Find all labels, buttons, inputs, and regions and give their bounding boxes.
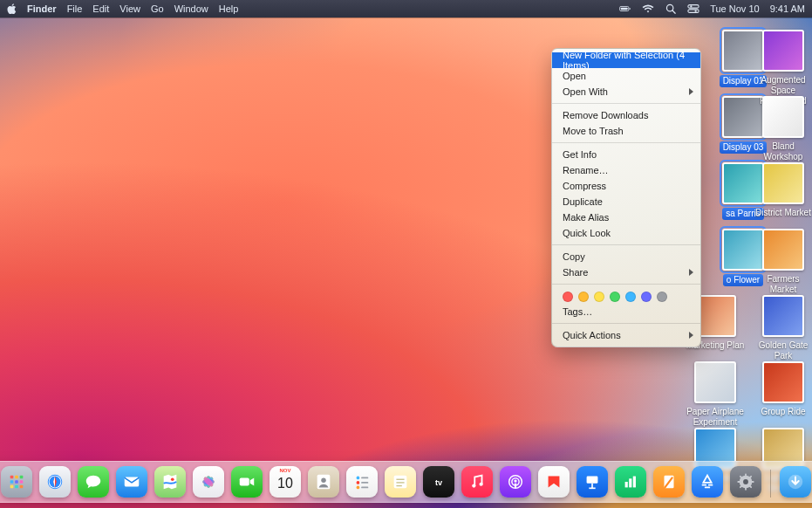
menu-item[interactable]: Make Alias	[552, 209, 700, 225]
menu-item-label: Open	[563, 71, 586, 81]
menu-item-label: Share	[563, 267, 588, 278]
menu-item[interactable]: Duplicate	[552, 194, 700, 209]
battery-icon[interactable]	[619, 3, 631, 14]
tag-color-dot[interactable]	[625, 292, 636, 302]
svg-point-40	[357, 481, 360, 484]
menu-item[interactable]: Quick Look	[552, 225, 700, 241]
menubar-view[interactable]: View	[119, 0, 140, 17]
menu-item-label: Tags…	[563, 306, 592, 317]
dock-app-appstore[interactable]	[692, 466, 723, 498]
dock-app-messages[interactable]	[78, 466, 109, 498]
menubar-time[interactable]: 9:41 AM	[770, 0, 805, 17]
svg-rect-39	[361, 477, 368, 479]
desktop-file-icon[interactable]: Bland Workshop	[754, 96, 812, 162]
svg-rect-58	[629, 478, 631, 487]
desktop-file-icon[interactable]: District Market	[754, 162, 812, 218]
svg-rect-5	[688, 5, 699, 9]
svg-rect-41	[361, 482, 368, 484]
tag-color-dot[interactable]	[594, 292, 604, 302]
menubar-help[interactable]: Help	[219, 0, 239, 17]
menu-item[interactable]: Move to Trash	[552, 123, 700, 139]
menu-item[interactable]: Compress	[552, 178, 700, 194]
dock-app-safari[interactable]	[39, 466, 71, 498]
svg-point-6	[690, 5, 692, 7]
apple-menu-icon[interactable]	[7, 3, 17, 14]
svg-rect-25	[125, 477, 140, 487]
menu-item[interactable]: Tags…	[552, 304, 700, 319]
menubar-date[interactable]: Tue Nov 10	[710, 0, 759, 17]
menubar-go[interactable]: Go	[151, 0, 164, 17]
desktop-file-icon[interactable]: Augmented Space Reimagined	[754, 30, 812, 106]
menu-item-label: Move to Trash	[563, 126, 624, 136]
menu-item-label: Remove Downloads	[563, 110, 648, 120]
file-label: Golden Gate Park	[754, 340, 812, 361]
dock-app-podcasts[interactable]	[500, 466, 531, 498]
dock-app-keynote[interactable]	[577, 466, 608, 498]
menubar-edit[interactable]: Edit	[92, 0, 109, 17]
desktop-file-icon[interactable]: Paper Airplane Experiment	[686, 361, 745, 428]
svg-point-53	[514, 479, 516, 482]
dock-app-reminders[interactable]	[346, 466, 378, 498]
menu-item[interactable]: Get Info	[552, 147, 700, 162]
dock-app-pages[interactable]	[653, 466, 685, 498]
tag-color-dot[interactable]	[657, 292, 667, 302]
dock-app-preferences[interactable]	[730, 466, 761, 498]
menu-item[interactable]: Open With	[552, 84, 700, 100]
svg-point-42	[357, 486, 360, 490]
menubar-window[interactable]: Window	[174, 0, 208, 17]
calendar-month: NOV	[270, 468, 301, 473]
menu-item[interactable]: Open	[552, 68, 700, 84]
dock-app-mail[interactable]	[116, 466, 147, 498]
svg-rect-69	[737, 481, 740, 483]
svg-rect-15	[15, 480, 18, 484]
dock-app-photos[interactable]	[193, 466, 224, 498]
menu-item-label: Compress	[563, 181, 606, 191]
tag-color-dot[interactable]	[641, 292, 652, 302]
svg-rect-12	[15, 476, 18, 479]
svg-rect-35	[240, 477, 249, 485]
svg-rect-59	[633, 477, 636, 488]
file-thumbnail	[762, 229, 804, 271]
svg-rect-16	[20, 480, 24, 484]
menu-item[interactable]: Rename…	[552, 162, 700, 178]
dock-app-facetime[interactable]	[231, 466, 263, 498]
control-center-icon[interactable]	[687, 3, 699, 14]
svg-rect-11	[10, 476, 14, 479]
menu-item[interactable]: Remove Downloads	[552, 107, 700, 123]
svg-rect-17	[10, 485, 14, 489]
dock-app-numbers[interactable]	[615, 466, 646, 498]
desktop-file-icon[interactable]: Golden Gate Park	[754, 295, 812, 361]
tag-color-dot[interactable]	[578, 292, 589, 302]
dock-app-notes[interactable]	[385, 466, 416, 498]
svg-text:tv: tv	[435, 478, 443, 487]
svg-point-37	[321, 477, 326, 483]
menu-separator	[552, 284, 700, 285]
menu-item-label: Make Alias	[563, 212, 609, 223]
dock-app-contacts[interactable]	[308, 466, 339, 498]
svg-rect-14	[10, 480, 14, 484]
menubar-app-name[interactable]: Finder	[27, 0, 57, 17]
file-label: District Market	[755, 208, 811, 218]
dock-app-calendar[interactable]: NOV10	[270, 466, 301, 498]
dock-app-maps[interactable]	[154, 466, 186, 498]
spotlight-icon[interactable]	[665, 3, 677, 14]
desktop-file-icon[interactable]: Group Ride	[754, 361, 812, 417]
wifi-icon[interactable]	[642, 3, 654, 14]
menubar-file[interactable]: File	[67, 0, 83, 17]
svg-rect-54	[587, 477, 598, 484]
menu-item[interactable]: Quick Actions	[552, 327, 700, 343]
menu-item[interactable]: New Folder with Selection (4 Items)	[552, 52, 700, 68]
dock-app-news[interactable]	[538, 466, 570, 498]
menu-separator	[552, 103, 700, 104]
menu-item[interactable]: Share	[552, 264, 700, 280]
tag-color-dot[interactable]	[563, 292, 573, 302]
dock-app-downloads[interactable]	[780, 466, 811, 498]
file-label: Paper Airplane Experiment	[686, 407, 745, 428]
tag-color-dot[interactable]	[610, 292, 620, 302]
menu-item[interactable]: Copy	[552, 249, 700, 264]
dock-app-tv[interactable]: tv	[423, 466, 454, 498]
menu-item-label: Quick Look	[563, 228, 611, 238]
svg-point-50	[479, 483, 482, 486]
dock-app-launchpad[interactable]	[1, 466, 32, 498]
dock-app-music[interactable]	[461, 466, 493, 498]
